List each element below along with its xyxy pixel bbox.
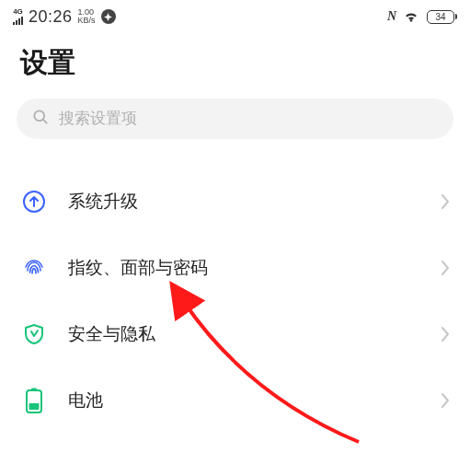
search-field[interactable] bbox=[17, 99, 453, 139]
chevron-right-icon bbox=[441, 261, 450, 275]
row-label: 安全与隐私 bbox=[48, 322, 441, 346]
chevron-right-icon bbox=[441, 393, 450, 408]
net-speed: 1.00 KB/s bbox=[78, 8, 96, 25]
row-system-upgrade[interactable]: 系统升级 bbox=[0, 168, 470, 235]
status-right: N 34 bbox=[387, 9, 457, 24]
nfc-icon: N bbox=[387, 9, 395, 24]
search-input[interactable] bbox=[59, 110, 439, 128]
signal-4g-icon: 4G bbox=[13, 8, 23, 25]
status-bar: 4G 20:26 1.00 KB/s N 34 bbox=[0, 0, 470, 28]
row-label: 电池 bbox=[48, 389, 441, 412]
row-fingerprint-face-password[interactable]: 指纹、面部与密码 bbox=[0, 235, 470, 301]
upgrade-icon bbox=[20, 188, 48, 215]
chevron-right-icon bbox=[441, 327, 450, 342]
page-title: 设置 bbox=[0, 28, 470, 99]
wifi-icon bbox=[403, 10, 419, 23]
fingerprint-icon bbox=[20, 254, 48, 282]
battery-icon: 34 bbox=[427, 10, 457, 24]
status-time: 20:26 bbox=[29, 7, 73, 27]
row-label: 指纹、面部与密码 bbox=[48, 256, 441, 280]
row-security-privacy[interactable]: 安全与隐私 bbox=[0, 301, 470, 367]
shield-icon bbox=[20, 320, 48, 348]
row-label: 系统升级 bbox=[48, 190, 441, 214]
settings-list: 系统升级 指纹、面部与密码 安全 bbox=[0, 157, 470, 434]
status-left: 4G 20:26 1.00 KB/s bbox=[13, 7, 116, 27]
svg-line-1 bbox=[43, 120, 47, 123]
svg-rect-5 bbox=[29, 403, 40, 410]
search-icon bbox=[31, 108, 50, 130]
dnd-icon bbox=[101, 9, 116, 24]
row-battery[interactable]: 电池 bbox=[0, 367, 470, 434]
battery-icon bbox=[20, 387, 48, 414]
chevron-right-icon bbox=[441, 194, 450, 209]
